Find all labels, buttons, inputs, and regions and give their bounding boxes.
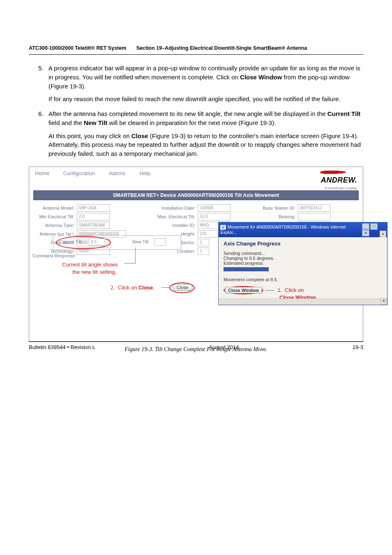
close-button[interactable]: Close [172,284,193,291]
minimize-icon[interactable]: _ [362,223,369,230]
scroll-up-icon[interactable]: ▲ [380,231,386,237]
popup-heading: Axis Change Progress [224,240,382,247]
footer-left: Bulletin 639544 • Revision L [29,344,95,350]
antenna-model-field[interactable]: SBP-3DA [77,204,110,212]
annotation-oval-close-window: Close Window [224,286,263,294]
min-tilt-field[interactable]: 2.0 [77,213,110,220]
brand-logo: ANDREW. A CommScope Company [320,169,357,190]
leader-line [265,290,274,291]
base-station-field[interactable]: ART563412 [298,204,331,212]
menu-home[interactable]: Home [35,170,49,176]
brand-name: ANDREW. [321,176,357,184]
leader-line [135,247,136,263]
popup-title-text: Movement for AN00000ART080200156 - Windo… [220,224,346,235]
brand-subtitle: A CommScope Company [325,187,357,190]
popup-status: Movement complete at 8.5. [224,277,382,282]
set-tilt-group: Set Tilt Current Tilt: 8.5 New Tilt: [53,235,181,250]
menu-alarms[interactable]: Alarms [109,170,125,176]
install-date-field[interactable]: 100808 [198,204,231,212]
command-response-label: Command Response: [32,253,76,258]
max-tilt-field[interactable]: 10.0 [198,213,231,220]
footer-rule [29,341,363,342]
location-field[interactable]: 1 [198,247,209,255]
menu-configuration[interactable]: Configuration [63,170,95,176]
panel-title: SMARTBEAM RET+ Device AN00000ART08020015… [33,190,359,200]
swoosh-icon [319,169,358,175]
popup-titlebar: eMovement for AN00000ART080200156 - Wind… [219,222,387,237]
footer-right: 19-3 [353,344,363,350]
header-left: ATC300-1000/2000 Teletilt® RET System [29,45,126,51]
antenna-type-field[interactable]: SMARTBEAM [77,222,110,229]
ie-icon: e [220,225,226,230]
header-rule [29,54,363,55]
annotation-current-tilt-2: the new tilt setting. [72,269,117,275]
menu-help[interactable]: Help [139,170,150,176]
bearing-field[interactable] [298,213,331,220]
current-tilt-field[interactable]: 8.5 [89,238,105,246]
progress-popup: eMovement for AN00000ART080200156 - Wind… [218,222,387,305]
step-5: A progress indicator bar will appear in … [45,64,363,104]
new-tilt-label: New Tilt: [132,239,150,244]
close-icon[interactable]: ✕ [362,230,369,236]
scroll-down-icon[interactable]: ▼ [380,298,387,305]
annotation-close-window-1: 1. Click on [277,287,304,293]
annotation-close-step2: 2. Click on Close. [111,284,154,291]
header-right: Section 19–Adjusting Electrical Downtilt… [136,45,307,51]
app-menu-bar: Home Configuration Alarms Help [29,167,363,179]
page: ATC300-1000/2000 Teletilt® RET System Se… [0,0,392,369]
popup-body: Axis Change Progress Sending command... … [219,237,387,305]
sector-field[interactable]: 1 [198,239,209,246]
set-tilt-legend: Set Tilt [56,232,72,237]
progress-bar [224,267,269,271]
running-header: ATC300-1000/2000 Teletilt® RET System Se… [29,45,363,51]
popup-line-1: Sending command... [224,251,382,256]
step-6: After the antenna has completed movement… [45,109,363,158]
popup-line-3: Estimated progress: [224,261,382,266]
current-tilt-label: Current Tilt: [59,239,83,244]
page-footer: Bulletin 639544 • Revision L August 2014… [29,341,363,350]
leader-line [124,263,136,264]
popup-line-2: Changing to 8.5 degrees. [224,256,382,261]
footer-center: August 2014 [209,344,239,350]
close-window-button[interactable]: Close Window [225,287,262,294]
maximize-icon[interactable]: □ [370,223,378,230]
numbered-steps: A progress indicator bar will appear in … [29,64,363,158]
annotation-current-tilt-1: Current tilt angle shows [62,261,118,268]
popup-scrollbar[interactable]: ▼ [219,298,387,305]
new-tilt-field[interactable] [154,238,166,246]
figure-19-3: Home Configuration Alarms Help ANDREW. A… [29,166,363,342]
